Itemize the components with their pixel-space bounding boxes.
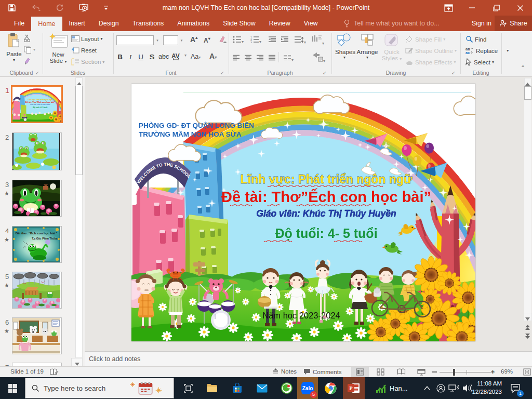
svg-text:Lĩnh vực: Phát triển ngôn ngữ: Lĩnh vực: Phát triển ngôn ngữ (240, 172, 412, 186)
svg-text:Năm học 2023-2024: Năm học 2023-2024 (262, 311, 340, 320)
svg-text:ac: ac (466, 50, 470, 55)
svg-text:Giáo viên: Khúc Thị Thúy Huyền: Giáo viên: Khúc Thị Thúy Huyền (256, 208, 396, 219)
svg-text:P: P (349, 385, 353, 391)
svg-text:Độ tuổi: 4- 5 tuổi: Độ tuổi: 4- 5 tuổi (275, 226, 377, 241)
svg-text:Đề tài: Thơ”Ếch con học bài”: Đề tài: Thơ”Ếch con học bài” (221, 188, 431, 205)
svg-text:♪: ♪ (25, 242, 27, 245)
svg-text:3: 3 (250, 41, 252, 43)
svg-text:Giáo viên: Khúc Thị Thúy Huyền: Giáo viên: Khúc Thị Thúy Huyền (30, 104, 50, 105)
svg-text:T,c Giả: Phìm Thị ba: T,c Giả: Phìm Thị ba (32, 237, 57, 240)
svg-text:Độ tuổi: 4- 5 tuổi: Độ tuổi: 4- 5 tuổi (33, 107, 47, 109)
svg-text:PHÒNG GD- ĐT QUẬN LONG BIÊN: PHÒNG GD- ĐT QUẬN LONG BIÊN (139, 122, 254, 129)
svg-text:Zalo: Zalo (302, 385, 313, 391)
svg-text:Lĩnh vực: Phát triển ngôn ngữ: Lĩnh vực: Phát triển ngôn ngữ (28, 99, 52, 101)
svg-text:TRƯỜNG MẦM NON HOA SỮA: TRƯỜNG MẦM NON HOA SỮA (139, 130, 242, 138)
svg-text:Đề tài: Thơ”Ếch con học bài”: Đề tài: Thơ”Ếch con học bài” (25, 101, 55, 103)
svg-text:Bài thơ: “Ếch con học bài ”: Bài thơ: “Ếch con học bài ” (16, 231, 58, 235)
